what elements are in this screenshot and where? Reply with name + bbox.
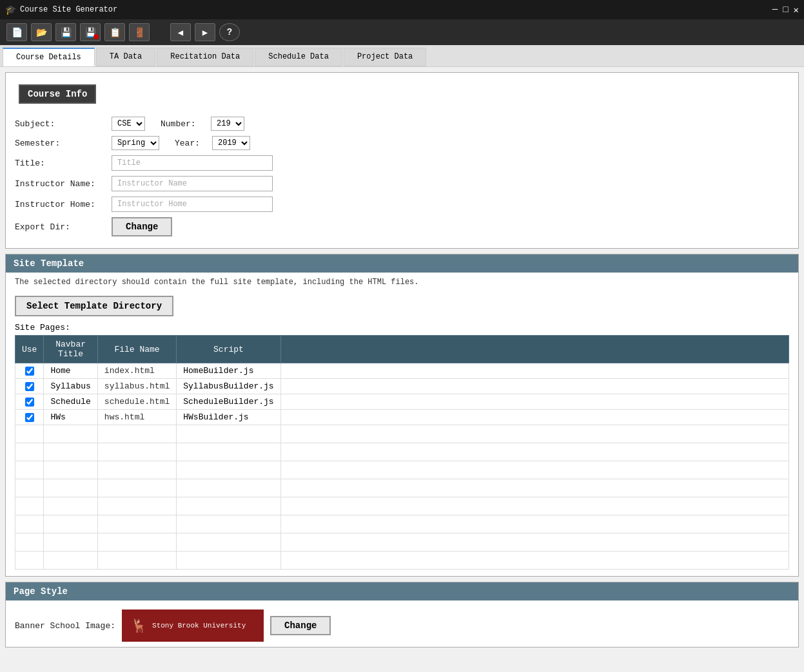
filename-cell: index.html (97, 363, 176, 379)
extra-cell (280, 533, 789, 552)
save-button[interactable]: 💾 (55, 23, 76, 41)
extra-cell (280, 515, 789, 533)
table-row (15, 443, 789, 461)
exit-button[interactable]: 🚪 (129, 23, 150, 41)
sb-logo-icon: 🦌 (131, 618, 147, 634)
table-row (15, 479, 789, 497)
tab-course-details[interactable]: Course Details (3, 48, 95, 66)
navbar-cell (44, 533, 97, 552)
navbar-cell (44, 552, 97, 570)
tab-ta-data[interactable]: TA Data (96, 48, 155, 66)
table-row: HWs hws.html HWsBuilder.js (15, 410, 789, 425)
navbar-cell (44, 461, 97, 479)
navbar-cell (44, 443, 97, 461)
use-cell (15, 497, 44, 515)
save-red-button[interactable]: 💾 (80, 23, 101, 41)
extra-cell (280, 479, 789, 497)
table-row (15, 461, 789, 479)
filename-cell (97, 497, 176, 515)
table-row (15, 515, 789, 533)
navbar-cell (44, 479, 97, 497)
year-label: Year: (175, 139, 207, 148)
use-checkbox[interactable] (25, 367, 34, 376)
main-content: Course Info Subject: CSE ECE AMS Number:… (0, 67, 804, 669)
semester-select[interactable]: Spring Fall Summer (112, 136, 159, 150)
instructor-home-input[interactable] (112, 197, 273, 212)
instructor-name-label: Instructor Name: (15, 179, 112, 189)
navbar-cell (44, 497, 97, 515)
use-cell (15, 379, 44, 394)
navbar-cell: Syllabus (44, 379, 97, 394)
extra-cell (280, 552, 789, 570)
use-cell (15, 461, 44, 479)
script-cell (177, 461, 280, 479)
tab-schedule-data[interactable]: Schedule Data (255, 48, 342, 66)
export-dir-change-button[interactable]: Change (112, 217, 172, 236)
use-checkbox[interactable] (25, 413, 34, 422)
filename-cell: syllabus.html (97, 379, 176, 394)
instructor-name-input[interactable] (112, 176, 273, 191)
help-button[interactable]: ? (219, 23, 240, 41)
script-cell: HomeBuilder.js (177, 363, 280, 379)
subject-label: Subject: (15, 119, 112, 129)
script-cell (177, 552, 280, 570)
undo-button[interactable]: ◀ (170, 23, 191, 41)
use-checkbox[interactable] (25, 382, 34, 391)
script-cell (177, 497, 280, 515)
extra-cell (280, 394, 789, 410)
extra-cell (280, 443, 789, 461)
table-row: Home index.html HomeBuilder.js (15, 363, 789, 379)
extra-cell (280, 497, 789, 515)
use-cell (15, 425, 44, 443)
tab-recitation-data[interactable]: Recitation Data (157, 48, 253, 66)
filename-cell (97, 533, 176, 552)
script-cell (177, 443, 280, 461)
use-cell (15, 533, 44, 552)
stony-brook-image: 🦌 Stony Brook University (122, 610, 264, 642)
filename-cell (97, 552, 176, 570)
use-cell (15, 552, 44, 570)
course-info-panel: Course Info Subject: CSE ECE AMS Number:… (5, 72, 799, 249)
table-row: Syllabus syllabus.html SyllabusBuilder.j… (15, 379, 789, 394)
table-row (15, 425, 789, 443)
col-navbar: Navbar Title (44, 336, 97, 363)
number-label: Number: (161, 119, 206, 129)
col-use: Use (15, 336, 44, 363)
use-cell (15, 443, 44, 461)
extra-cell (280, 461, 789, 479)
page-style-change-button[interactable]: Change (270, 616, 331, 635)
course-info-header: Course Info (19, 84, 96, 104)
site-template-panel: Site Template The selected directory sho… (5, 254, 799, 577)
close-button[interactable]: ✕ (794, 5, 799, 15)
use-checkbox[interactable] (25, 398, 34, 407)
instructor-home-label: Instructor Home: (15, 200, 112, 209)
extra-cell (280, 410, 789, 425)
navbar-cell (44, 515, 97, 533)
stony-brook-text: Stony Brook University (152, 622, 246, 629)
extra-cell (280, 379, 789, 394)
use-cell (15, 394, 44, 410)
site-pages-table: Use Navbar Title File Name Script Home i… (15, 335, 789, 570)
title-input[interactable] (112, 155, 273, 171)
script-cell: ScheduleBuilder.js (177, 394, 280, 410)
year-select[interactable]: 2019 2020 2021 (212, 136, 250, 150)
tab-project-data[interactable]: Project Data (344, 48, 426, 66)
col-filename: File Name (97, 336, 176, 363)
navbar-cell: Schedule (44, 394, 97, 410)
filename-cell (97, 443, 176, 461)
maximize-button[interactable]: □ (783, 5, 788, 15)
select-template-dir-button[interactable]: Select Template Directory (15, 296, 173, 316)
script-cell (177, 425, 280, 443)
redo-button[interactable]: ▶ (195, 23, 215, 41)
new-file-button[interactable]: 📄 (6, 23, 27, 41)
subject-select[interactable]: CSE ECE AMS (112, 117, 145, 131)
export-button[interactable]: 📋 (104, 23, 125, 41)
minimize-button[interactable]: ─ (772, 5, 778, 15)
number-select[interactable]: 219 220 230 (211, 117, 244, 131)
table-row (15, 497, 789, 515)
semester-label: Semester: (15, 139, 112, 148)
site-template-header: Site Template (6, 254, 798, 273)
app-icon: 🎓 (5, 5, 16, 15)
filename-cell (97, 461, 176, 479)
open-folder-button[interactable]: 📂 (31, 23, 52, 41)
